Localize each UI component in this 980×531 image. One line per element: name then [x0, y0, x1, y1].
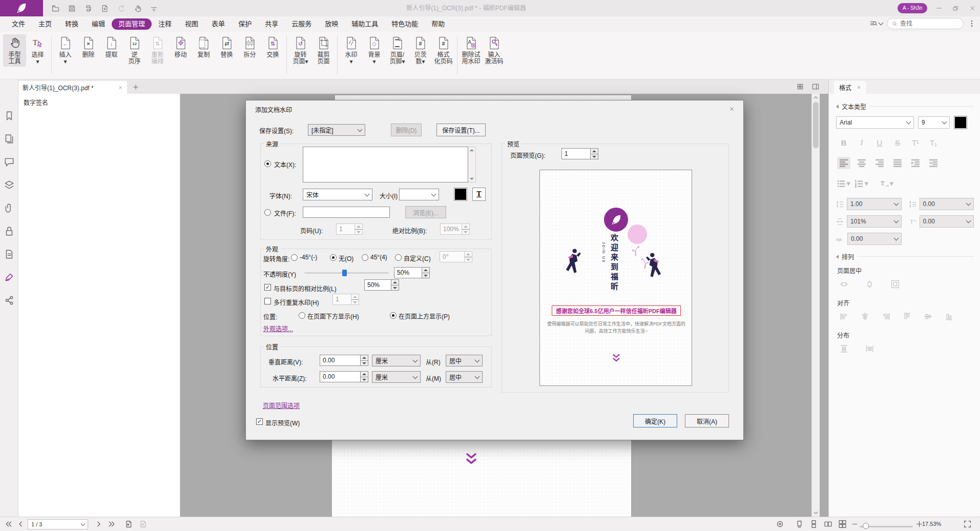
bulleted-list-icon[interactable]: ▾: [837, 177, 850, 190]
search-box[interactable]: [887, 18, 964, 29]
delete-pages-button[interactable]: ×删除: [77, 34, 100, 60]
align-right-icon[interactable]: [873, 157, 886, 169]
rotation-radio-2[interactable]: [330, 254, 337, 261]
menu-item-5[interactable]: 页面管理: [112, 18, 152, 30]
align-objects-top-icon[interactable]: [900, 310, 913, 322]
watermark-button[interactable]: 水印 ▾: [340, 34, 363, 67]
indent-decrease-icon[interactable]: [927, 157, 940, 169]
subscript-icon[interactable]: T₁: [927, 136, 940, 149]
italic-icon[interactable]: I: [855, 136, 868, 149]
delete-setting-button[interactable]: 删除(D): [391, 124, 422, 136]
multiline-count-spinner[interactable]: 1: [332, 294, 359, 305]
move-pages-button[interactable]: 移动: [169, 34, 192, 60]
superscript-icon[interactable]: T¹: [909, 136, 922, 149]
activation-code-button[interactable]: 输入 激活码: [483, 34, 506, 67]
first-page-button[interactable]: [4, 520, 13, 529]
menu-item-3[interactable]: 转换: [58, 18, 85, 30]
header-footer-button[interactable]: 页眉/ 页脚▾: [386, 34, 409, 67]
align-objects-hcenter-icon[interactable]: [921, 310, 934, 322]
format-page-number-button[interactable]: #格式 化页码: [432, 34, 455, 67]
multiline-watermark-checkbox[interactable]: [264, 298, 271, 304]
app-logo[interactable]: [0, 0, 43, 16]
previous-page-button[interactable]: [16, 520, 26, 529]
numbered-list-icon[interactable]: 123▾: [855, 177, 868, 190]
fullscreen-button[interactable]: [963, 520, 972, 529]
touch-mode-icon[interactable]: [132, 3, 142, 13]
page-indicator[interactable]: 1 / 3: [28, 519, 88, 529]
split-document-button[interactable]: 拆分: [238, 34, 261, 60]
restore-button[interactable]: [948, 0, 963, 16]
security-icon[interactable]: [4, 226, 15, 237]
panel-toggle-icon[interactable]: [811, 83, 820, 91]
bates-numbering-button[interactable]: #贝茨 数▾: [409, 34, 432, 67]
close-panel-icon[interactable]: [857, 85, 861, 90]
rotation-radio-4[interactable]: [395, 254, 402, 261]
close-tab-icon[interactable]: [118, 85, 123, 90]
menu-item-12[interactable]: 放映: [318, 18, 345, 30]
panel-font-color-swatch[interactable]: [954, 116, 967, 129]
next-view-button[interactable]: [138, 520, 148, 529]
menu-item-4[interactable]: 编辑: [85, 18, 112, 30]
cancel-button[interactable]: 取消(A): [685, 414, 729, 427]
save-settings-dropdown[interactable]: [未指定]: [308, 124, 365, 136]
open-file-icon[interactable]: [50, 3, 60, 13]
char-horizontal-scale-dropdown[interactable]: 101%: [847, 215, 902, 228]
from-r-dropdown[interactable]: 居中: [446, 355, 483, 366]
menu-item-14[interactable]: 特色功能: [385, 18, 425, 30]
textarea-scrollbar[interactable]: [468, 147, 476, 182]
page-range-options-link[interactable]: 页面范围选项: [263, 401, 300, 410]
account-badge[interactable]: A - Sh3n: [898, 3, 927, 13]
watermark-text-input[interactable]: [303, 147, 468, 182]
vertical-unit-dropdown[interactable]: 厘米: [372, 355, 421, 366]
search-input[interactable]: [900, 20, 951, 27]
text-direction-icon[interactable]: T▾: [880, 177, 893, 190]
panel-font-dropdown[interactable]: Arial: [836, 116, 914, 129]
opacity-spinner[interactable]: 50%: [394, 267, 430, 278]
next-page-button[interactable]: [94, 520, 103, 529]
bookmarks-icon[interactable]: [4, 110, 15, 121]
single-page-view-button[interactable]: [795, 520, 804, 529]
opacity-slider-handle[interactable]: [342, 270, 347, 276]
more-options-icon[interactable]: [968, 19, 976, 28]
rotate-view-button[interactable]: [776, 520, 785, 529]
text-source-radio[interactable]: [264, 160, 271, 167]
document-tab[interactable]: 新人引导(1)_OCR(3).pdf *: [18, 81, 127, 94]
from-m-dropdown[interactable]: 居中: [446, 371, 483, 383]
char-spacing-dropdown[interactable]: 0.00: [847, 233, 902, 245]
replace-pages-button[interactable]: ⇄替换: [215, 34, 238, 60]
rotate-pages-button[interactable]: ↺旋转 页面▾: [289, 34, 312, 67]
rotation-radio-3[interactable]: [362, 254, 368, 261]
paragraph-spacing-dropdown[interactable]: 0.00: [920, 198, 974, 210]
layers-icon[interactable]: [4, 179, 15, 191]
bold-icon[interactable]: B: [837, 136, 850, 149]
reverse-pages-button[interactable]: 12逆 页序: [123, 34, 146, 67]
duplicate-pages-button[interactable]: 复制: [192, 34, 215, 60]
remove-trial-watermark-button[interactable]: A删除试 用水印: [460, 34, 483, 67]
center-horizontally-icon[interactable]: [863, 278, 876, 290]
grid-view-icon[interactable]: [796, 83, 804, 91]
underline-icon[interactable]: U: [873, 136, 886, 149]
menu-item-15[interactable]: 帮助: [425, 18, 451, 30]
save-settings-button[interactable]: 保存设置(T)...: [436, 124, 486, 136]
attachments-icon[interactable]: [4, 202, 15, 214]
background-button[interactable]: ◇背景 ▾: [363, 34, 386, 67]
font-dropdown[interactable]: 宋体: [303, 189, 372, 200]
custom-angle-spinner[interactable]: 0°: [440, 251, 472, 262]
watermark-position-radio-2[interactable]: [390, 312, 397, 319]
insert-pages-button[interactable]: ←插入 ▾: [54, 34, 77, 67]
crop-pages-button[interactable]: 裁剪 页面: [312, 34, 335, 67]
redo-icon[interactable]: [116, 3, 126, 13]
opacity-slider[interactable]: [304, 269, 389, 276]
relative-scale-spinner[interactable]: 50%: [364, 279, 399, 291]
line-spacing-dropdown[interactable]: 1.00: [847, 198, 902, 210]
page-thumbnails-icon[interactable]: [4, 133, 15, 145]
align-objects-left-icon[interactable]: [837, 310, 850, 322]
menu-item-1[interactable]: 文件: [5, 18, 32, 30]
menu-item-11[interactable]: 云服务: [285, 18, 318, 30]
dialog-close-button[interactable]: [725, 104, 738, 114]
menu-item-7[interactable]: 视图: [178, 18, 205, 30]
last-page-button[interactable]: [108, 520, 117, 529]
menu-item-6[interactable]: 注释: [152, 18, 178, 30]
panel-font-size-dropdown[interactable]: 9: [918, 116, 950, 129]
menu-item-9[interactable]: 保护: [232, 18, 258, 30]
